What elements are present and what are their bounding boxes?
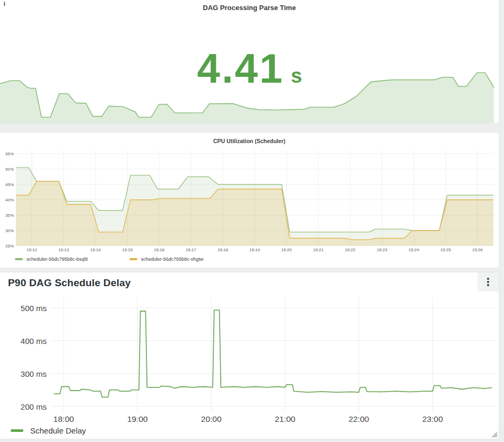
x-tick-label: 15:21 [313,247,324,252]
x-tick-label: 20:00 [201,414,222,424]
x-tick-label: 15:15 [122,247,133,252]
panel-parse-time: i DAG Processing Parse Time 4.41s [0,0,499,123]
x-tick-label: 19:00 [127,414,148,424]
delay-x-axis: 18:0019:0020:0021:0022:0023:00 [50,414,496,425]
legend-label: Schedule Delay [30,426,86,435]
x-tick-label: 15:18 [218,247,228,252]
y-tick-label: 50% [5,167,14,172]
cpu-legend: scheduler-56dc795b8c-bsql8 scheduler-56d… [15,257,203,262]
cpu-x-axis: 15:1215:1315:1415:1515:1615:1715:1815:19… [16,247,493,254]
stat-value: 4.41 [197,45,284,92]
y-tick-label: 40% [5,198,14,202]
y-tick-label: 400 ms [21,336,47,345]
legend-label: scheduler-56dc795b8c-bsql8 [27,257,88,262]
x-tick-label: 22:00 [349,414,369,424]
x-tick-label: 15:12 [27,247,37,252]
x-tick-label: 18:00 [54,414,74,424]
y-tick-label: 200 ms [21,402,47,411]
schedule_delay-svg [50,297,496,411]
x-tick-label: 15:20 [281,247,292,252]
delay-chart [50,297,496,411]
x-tick-label: 15:24 [409,247,419,252]
legend-item-bsql8[interactable]: scheduler-56dc795b8c-bsql8 [15,257,88,262]
x-tick-label: 15:22 [345,247,355,252]
x-tick-label: 15:17 [186,247,196,252]
y-tick-label: 55% [5,152,14,156]
panel-cpu-utilization: CPU Utilization (Scheduler) 25%30%35%40%… [0,132,499,268]
x-tick-label: 15:23 [377,247,387,252]
stat-unit: s [291,65,302,87]
x-tick-label: 15:26 [472,247,483,252]
delay-y-axis: 200 ms300 ms400 ms500 ms [8,297,47,411]
x-tick-label: 15:14 [90,247,101,252]
x-tick-label: 21:00 [275,414,296,424]
x-tick-label: 15:16 [154,247,164,252]
x-tick-label: 15:19 [249,247,260,252]
legend-label: scheduler-56dc795b8c-vhgtw [141,257,204,262]
info-icon[interactable]: i [4,1,5,7]
y-tick-label: 500 ms [21,303,47,312]
y-tick-label: 300 ms [21,369,47,378]
panel-title: DAG Processing Parse Time [0,0,499,12]
y-tick-label: 25% [5,244,14,249]
panel-resize-handle[interactable] [491,431,497,437]
panel-schedule-delay: P90 DAG Schedule Delay 200 ms300 ms400 m… [0,272,499,439]
cpu-chart [16,150,493,246]
series-swatch-icon [15,258,23,260]
panel-title: CPU Utilization (Scheduler) [0,132,499,144]
y-tick-label: 30% [5,228,14,233]
x-tick-label: 15:25 [440,247,451,252]
cpu_utilization-svg [16,150,493,246]
dashboard: { "page": {"background": "#edefef"}, "pa… [0,0,504,442]
y-tick-label: 35% [5,213,14,218]
y-tick-label: 45% [5,182,14,187]
series-swatch-icon [11,429,23,432]
x-tick-label: 23:00 [422,414,443,424]
panel-menu-button[interactable] [477,272,499,291]
kebab-menu-icon [487,278,489,286]
series-swatch-icon [129,258,137,260]
legend-item-vhgtw[interactable]: scheduler-56dc795b8c-vhgtw [129,257,204,262]
delay-legend-item[interactable]: Schedule Delay [11,426,86,435]
cpu-y-axis: 25%30%35%40%45%50%55% [1,150,14,246]
x-tick-label: 15:13 [58,247,69,252]
panel-title: P90 DAG Schedule Delay [8,277,131,289]
stat-display: 4.41s [0,48,499,89]
